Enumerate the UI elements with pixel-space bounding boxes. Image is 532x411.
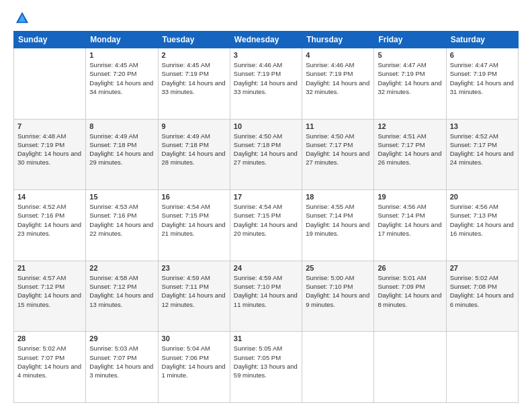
- sunset: Sunset: 7:19 PM: [378, 70, 425, 77]
- calendar-cell: 1 Sunrise: 4:45 AM Sunset: 7:20 PM Dayli…: [86, 48, 158, 120]
- daylight: Daylight: 14 hours and 24 minutes.: [450, 150, 514, 166]
- calendar-cell: 2 Sunrise: 4:45 AM Sunset: 7:19 PM Dayli…: [158, 48, 230, 120]
- daylight: Daylight: 14 hours and 27 minutes.: [234, 150, 298, 166]
- day-number: 2: [162, 51, 226, 59]
- day-number: 22: [89, 264, 154, 272]
- cell-content: Sunrise: 4:47 AM Sunset: 7:19 PM Dayligh…: [450, 60, 515, 96]
- calendar-cell: 25 Sunrise: 5:00 AM Sunset: 7:10 PM Dayl…: [302, 261, 374, 332]
- cell-content: Sunrise: 4:45 AM Sunset: 7:20 PM Dayligh…: [89, 60, 154, 96]
- weekday-header-saturday: Saturday: [446, 32, 518, 48]
- cell-content: Sunrise: 5:03 AM Sunset: 7:07 PM Dayligh…: [89, 344, 154, 379]
- day-number: 18: [306, 193, 370, 201]
- daylight: Daylight: 14 hours and 32 minutes.: [306, 79, 369, 95]
- calendar-cell: 13 Sunrise: 4:52 AM Sunset: 7:17 PM Dayl…: [446, 119, 518, 190]
- day-number: 3: [234, 51, 298, 59]
- sunrise: Sunrise: 4:53 AM: [89, 203, 138, 210]
- weekday-header-sunday: Sunday: [14, 32, 86, 48]
- calendar-cell: 18 Sunrise: 4:55 AM Sunset: 7:14 PM Dayl…: [302, 190, 374, 261]
- daylight: Daylight: 14 hours and 16 minutes.: [450, 221, 514, 237]
- sunset: Sunset: 7:18 PM: [162, 141, 209, 148]
- sunset: Sunset: 7:10 PM: [306, 283, 353, 290]
- sunrise: Sunrise: 5:04 AM: [162, 345, 210, 352]
- sunrise: Sunrise: 4:52 AM: [450, 132, 498, 140]
- calendar-cell: 11 Sunrise: 4:50 AM Sunset: 7:17 PM Dayl…: [302, 119, 374, 190]
- daylight: Daylight: 14 hours and 27 minutes.: [306, 150, 369, 166]
- daylight: Daylight: 14 hours and 4 minutes.: [17, 363, 81, 379]
- day-number: 23: [162, 264, 226, 272]
- cell-content: Sunrise: 4:58 AM Sunset: 7:12 PM Dayligh…: [89, 273, 154, 309]
- cell-content: Sunrise: 4:55 AM Sunset: 7:14 PM Dayligh…: [306, 202, 370, 238]
- weekday-header-row: SundayMondayTuesdayWednesdayThursdayFrid…: [14, 32, 519, 48]
- daylight: Daylight: 14 hours and 23 minutes.: [17, 221, 81, 237]
- weekday-header-monday: Monday: [86, 32, 158, 48]
- sunset: Sunset: 7:07 PM: [89, 354, 136, 361]
- sunrise: Sunrise: 4:58 AM: [89, 274, 138, 281]
- calendar-cell: 28 Sunrise: 5:02 AM Sunset: 7:07 PM Dayl…: [14, 332, 86, 403]
- calendar-cell: [14, 48, 86, 120]
- day-number: 28: [17, 334, 82, 342]
- daylight: Daylight: 14 hours and 29 minutes.: [89, 150, 153, 166]
- calendar-cell: [446, 332, 518, 403]
- calendar-cell: 23 Sunrise: 4:59 AM Sunset: 7:11 PM Dayl…: [158, 261, 230, 332]
- cell-content: Sunrise: 5:02 AM Sunset: 7:08 PM Dayligh…: [450, 273, 515, 309]
- cell-content: Sunrise: 4:49 AM Sunset: 7:18 PM Dayligh…: [162, 132, 226, 167]
- day-number: 9: [162, 122, 226, 130]
- calendar-cell: 20 Sunrise: 4:56 AM Sunset: 7:13 PM Dayl…: [446, 190, 518, 261]
- sunrise: Sunrise: 4:57 AM: [17, 274, 66, 281]
- calendar-cell: 7 Sunrise: 4:48 AM Sunset: 7:19 PM Dayli…: [14, 119, 86, 190]
- daylight: Daylight: 14 hours and 11 minutes.: [234, 291, 298, 308]
- sunset: Sunset: 7:06 PM: [162, 354, 209, 361]
- sunset: Sunset: 7:20 PM: [89, 70, 136, 77]
- sunrise: Sunrise: 5:05 AM: [234, 345, 282, 352]
- calendar-cell: 4 Sunrise: 4:46 AM Sunset: 7:19 PM Dayli…: [302, 48, 374, 120]
- day-number: 12: [378, 122, 442, 130]
- sunset: Sunset: 7:12 PM: [17, 283, 64, 290]
- daylight: Daylight: 14 hours and 31 minutes.: [450, 79, 514, 95]
- calendar-page: SundayMondayTuesdayWednesdayThursdayFrid…: [0, 0, 532, 411]
- cell-content: Sunrise: 4:49 AM Sunset: 7:18 PM Dayligh…: [89, 132, 154, 167]
- day-number: 30: [162, 334, 226, 342]
- calendar-cell: 29 Sunrise: 5:03 AM Sunset: 7:07 PM Dayl…: [86, 332, 158, 403]
- daylight: Daylight: 14 hours and 12 minutes.: [162, 291, 226, 308]
- calendar-cell: 15 Sunrise: 4:53 AM Sunset: 7:16 PM Dayl…: [86, 190, 158, 261]
- sunrise: Sunrise: 4:49 AM: [162, 132, 210, 140]
- sunset: Sunset: 7:14 PM: [306, 212, 353, 219]
- calendar-cell: 6 Sunrise: 4:47 AM Sunset: 7:19 PM Dayli…: [446, 48, 518, 120]
- week-row-4: 21 Sunrise: 4:57 AM Sunset: 7:12 PM Dayl…: [14, 261, 519, 332]
- sunrise: Sunrise: 4:50 AM: [234, 132, 282, 140]
- cell-content: Sunrise: 4:52 AM Sunset: 7:16 PM Dayligh…: [17, 202, 82, 238]
- sunrise: Sunrise: 4:45 AM: [89, 61, 138, 68]
- calendar-cell: 19 Sunrise: 4:56 AM Sunset: 7:14 PM Dayl…: [374, 190, 446, 261]
- cell-content: Sunrise: 5:00 AM Sunset: 7:10 PM Dayligh…: [306, 273, 370, 309]
- calendar-cell: 17 Sunrise: 4:54 AM Sunset: 7:15 PM Dayl…: [230, 190, 302, 261]
- calendar-cell: 24 Sunrise: 4:59 AM Sunset: 7:10 PM Dayl…: [230, 261, 302, 332]
- sunrise: Sunrise: 4:56 AM: [450, 203, 498, 210]
- cell-content: Sunrise: 5:01 AM Sunset: 7:09 PM Dayligh…: [378, 273, 442, 309]
- day-number: 6: [450, 51, 515, 59]
- day-number: 17: [234, 193, 298, 201]
- day-number: 10: [234, 122, 298, 130]
- cell-content: Sunrise: 4:57 AM Sunset: 7:12 PM Dayligh…: [17, 273, 82, 309]
- day-number: 5: [378, 51, 442, 59]
- daylight: Daylight: 14 hours and 33 minutes.: [234, 79, 298, 95]
- week-row-3: 14 Sunrise: 4:52 AM Sunset: 7:16 PM Dayl…: [14, 190, 519, 261]
- cell-content: Sunrise: 5:05 AM Sunset: 7:05 PM Dayligh…: [234, 344, 298, 379]
- sunset: Sunset: 7:15 PM: [162, 212, 209, 219]
- daylight: Daylight: 14 hours and 9 minutes.: [306, 291, 369, 308]
- sunrise: Sunrise: 4:47 AM: [378, 61, 426, 68]
- sunrise: Sunrise: 4:48 AM: [17, 132, 66, 140]
- sunrise: Sunrise: 5:02 AM: [17, 345, 66, 352]
- sunset: Sunset: 7:17 PM: [378, 141, 425, 148]
- cell-content: Sunrise: 4:54 AM Sunset: 7:15 PM Dayligh…: [162, 202, 226, 238]
- cell-content: Sunrise: 4:56 AM Sunset: 7:14 PM Dayligh…: [378, 202, 442, 238]
- calendar-cell: 22 Sunrise: 4:58 AM Sunset: 7:12 PM Dayl…: [86, 261, 158, 332]
- sunrise: Sunrise: 5:03 AM: [89, 345, 138, 352]
- calendar-cell: 30 Sunrise: 5:04 AM Sunset: 7:06 PM Dayl…: [158, 332, 230, 403]
- sunset: Sunset: 7:14 PM: [378, 212, 425, 219]
- day-number: 1: [89, 51, 154, 59]
- cell-content: Sunrise: 4:53 AM Sunset: 7:16 PM Dayligh…: [89, 202, 154, 238]
- week-row-5: 28 Sunrise: 5:02 AM Sunset: 7:07 PM Dayl…: [14, 332, 519, 403]
- daylight: Daylight: 14 hours and 30 minutes.: [17, 150, 81, 166]
- calendar-cell: 3 Sunrise: 4:46 AM Sunset: 7:19 PM Dayli…: [230, 48, 302, 120]
- sunrise: Sunrise: 4:54 AM: [234, 203, 282, 210]
